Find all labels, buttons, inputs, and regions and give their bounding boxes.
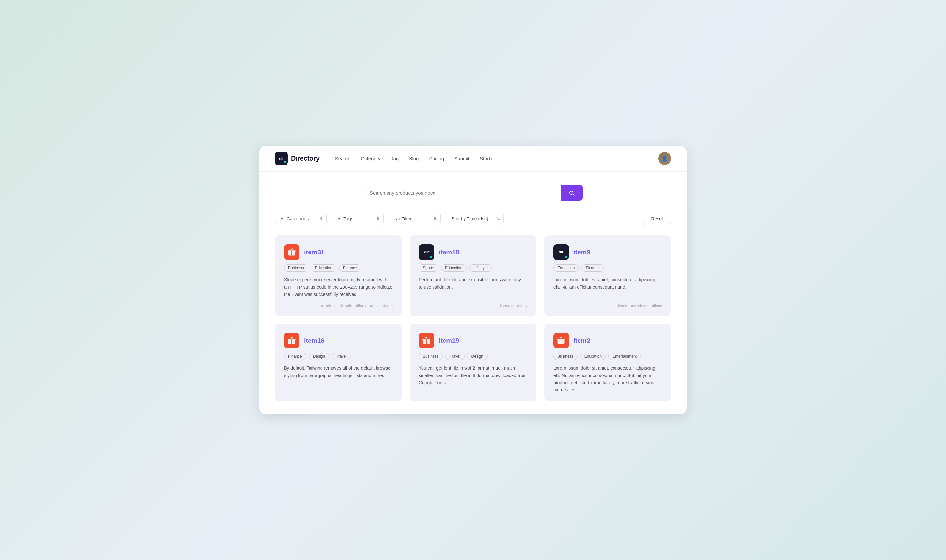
item19-icon <box>418 333 434 348</box>
hashtag-web: #web <box>383 304 393 308</box>
tag-business[interactable]: Business <box>553 353 578 360</box>
tag-education[interactable]: Education <box>553 265 579 272</box>
card-item19-tags: Business Travel Design <box>418 353 528 360</box>
hashtag-mac: #mac <box>618 304 627 308</box>
tag-finance[interactable]: Finance <box>581 265 604 272</box>
card-item19[interactable]: item19 Business Travel Design You can ge… <box>409 324 537 402</box>
filters-bar: All Categories Business Education Financ… <box>275 213 671 225</box>
tag-business[interactable]: Business <box>418 353 443 360</box>
gift-icon-2 <box>287 336 296 345</box>
hashtag-apple: #apple <box>341 304 352 308</box>
category-filter[interactable]: All Categories Business Education Financ… <box>275 213 327 225</box>
card-item2[interactable]: item2 Business Education Entertainment L… <box>544 324 671 402</box>
cards-grid: item31 Business Education Finance Stripe… <box>275 235 671 402</box>
card-item9-description: Lorem ipsum dolor sit amet, consectetur … <box>553 276 662 298</box>
header: dir Directory Search Category Tag Blog P… <box>259 146 687 172</box>
card-item9-hashtags: #mac #windows #linux <box>553 304 662 308</box>
hashtag-android: #android <box>321 304 337 308</box>
search-wrapper <box>363 185 583 201</box>
card-item9-title: item9 <box>573 249 590 256</box>
item31-icon <box>284 245 300 260</box>
card-item9-tags: Education Finance <box>553 265 662 272</box>
app-container: dir Directory Search Category Tag Blog P… <box>259 146 687 414</box>
nav-item-blog[interactable]: Blog <box>409 156 418 161</box>
nav-item-submit[interactable]: Submit <box>454 156 469 161</box>
hashtag-google: #google <box>500 304 514 308</box>
tags-filter[interactable]: All Tags android apple linux <box>332 213 384 225</box>
card-item16-title: item16 <box>304 337 325 345</box>
logo-icon-text: dir <box>279 156 284 161</box>
hashtag-linux: #linux <box>517 304 528 308</box>
item2-icon <box>553 333 569 348</box>
search-icon <box>569 190 575 196</box>
tag-travel[interactable]: Travel <box>332 353 351 360</box>
nav-item-search[interactable]: Search <box>335 156 351 161</box>
hashtag-windows: #windows <box>631 304 648 308</box>
logo-dot <box>284 161 286 163</box>
tag-lifestyle[interactable]: Lifestyle <box>469 265 492 272</box>
reset-button[interactable]: Reset <box>643 213 671 225</box>
card-item18-title: item18 <box>439 249 459 256</box>
tag-design[interactable]: Design <box>467 353 488 360</box>
tag-business[interactable]: Business <box>284 265 308 272</box>
card-header: dir item9 <box>553 245 662 260</box>
card-item18[interactable]: dir item18 Sports Education Lifestyle Pe… <box>409 235 537 316</box>
search-button[interactable] <box>561 185 583 201</box>
nav-item-tag[interactable]: Tag <box>391 156 398 161</box>
nav-item-studio[interactable]: Studio <box>480 156 494 161</box>
card-item2-tags: Business Education Entertainment <box>553 353 662 360</box>
avatar-image: 👤 <box>658 152 671 165</box>
filter-type[interactable]: No Filter Free Paid Open Source <box>389 213 441 225</box>
card-item16-tags: Finance Design Travel <box>284 353 393 360</box>
tag-sports[interactable]: Sports <box>418 265 438 272</box>
search-input[interactable] <box>363 185 561 201</box>
tag-design[interactable]: Design <box>309 353 329 360</box>
card-item19-description: You can get font file in woff2 format, m… <box>418 365 528 394</box>
hashtag-linux: #linux <box>652 304 662 308</box>
main-nav: Search Category Tag Blog Pricing Submit … <box>335 156 658 161</box>
card-item9[interactable]: dir item9 Education Finance Lorem ipsum … <box>544 235 671 316</box>
tag-finance[interactable]: Finance <box>284 353 306 360</box>
gift-icon <box>287 248 296 257</box>
item18-icon: dir <box>418 245 434 260</box>
card-header: item2 <box>553 333 662 348</box>
tag-travel[interactable]: Travel <box>446 353 465 360</box>
card-header: item16 <box>284 333 393 348</box>
card-item31-title: item31 <box>304 249 325 256</box>
avatar[interactable]: 👤 <box>658 152 671 165</box>
tag-education[interactable]: Education <box>311 265 336 272</box>
brand-name: Directory <box>291 155 320 162</box>
card-item2-description: Lorem ipsum dolor sit amet, consectetur … <box>553 365 662 394</box>
nav-item-pricing[interactable]: Pricing <box>429 156 444 161</box>
card-item31[interactable]: item31 Business Education Finance Stripe… <box>275 235 402 316</box>
tag-education[interactable]: Education <box>441 265 466 272</box>
filter-type-wrapper: No Filter Free Paid Open Source ⇅ <box>389 213 441 225</box>
card-item18-description: Performant, flexible and extensible form… <box>418 276 528 298</box>
item16-icon <box>284 333 300 348</box>
search-container <box>275 185 671 201</box>
hashtag-mac: #mac <box>370 304 380 308</box>
card-item18-hashtags: #google #linux <box>418 304 528 308</box>
gift-icon-4 <box>557 336 566 345</box>
tag-education[interactable]: Education <box>580 353 606 360</box>
tags-filter-wrapper: All Tags android apple linux ⇅ <box>332 213 384 225</box>
category-filter-wrapper: All Categories Business Education Financ… <box>275 213 327 225</box>
nav-item-category[interactable]: Category <box>361 156 380 161</box>
hashtag-linux: #linux <box>356 304 366 308</box>
sort-filter[interactable]: Sort by Time (dsc) Sort by Time (asc) So… <box>446 213 504 225</box>
card-item31-description: Stripe expects your server to promptly r… <box>284 276 393 298</box>
logo-area[interactable]: dir Directory <box>275 152 320 165</box>
card-header: dir item18 <box>418 245 528 260</box>
gift-icon-3 <box>422 336 431 345</box>
main-content: All Categories Business Education Financ… <box>259 172 687 414</box>
card-header: item31 <box>284 245 393 260</box>
card-item16-description: By default, Tailwind removes all of the … <box>284 365 393 394</box>
card-item18-tags: Sports Education Lifestyle <box>418 265 528 272</box>
tag-finance[interactable]: Finance <box>339 265 361 272</box>
card-item31-tags: Business Education Finance <box>284 265 393 272</box>
tag-entertainment[interactable]: Entertainment <box>608 353 641 360</box>
card-item16[interactable]: item16 Finance Design Travel By default,… <box>275 324 402 402</box>
card-item31-hashtags: #android #apple #linux #mac #web <box>284 304 393 308</box>
card-item2-title: item2 <box>573 337 590 345</box>
item9-icon: dir <box>553 245 569 260</box>
